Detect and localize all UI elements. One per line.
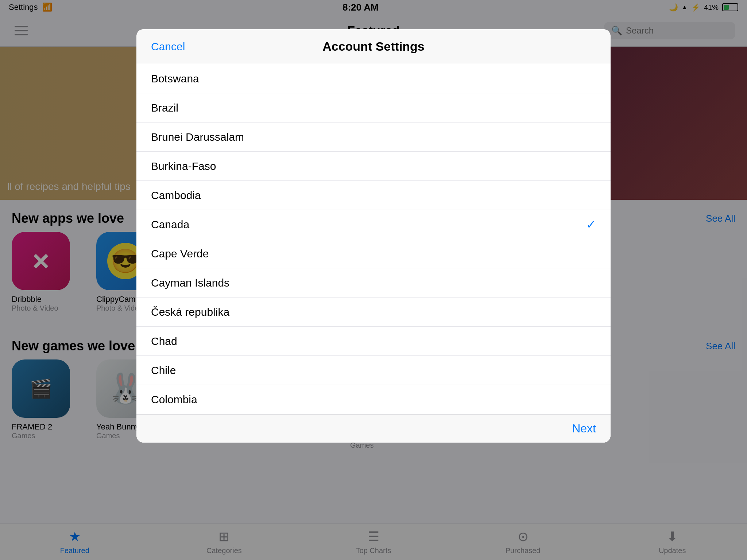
country-item-botswana[interactable]: Botswana — [136, 64, 611, 93]
country-item-brazil[interactable]: Brazil — [136, 93, 611, 122]
country-name: Brunei Darussalam — [151, 131, 244, 143]
country-name: Canada — [151, 218, 189, 231]
country-name: Chile — [151, 364, 176, 377]
country-name: Colombia — [151, 393, 197, 406]
country-name: Chad — [151, 335, 177, 347]
country-item-capeverde[interactable]: Cape Verde — [136, 239, 611, 268]
country-item-cambodia[interactable]: Cambodia — [136, 181, 611, 210]
country-name: Burkina-Faso — [151, 160, 216, 172]
modal-footer: Next — [136, 414, 611, 443]
country-item-chile[interactable]: Chile — [136, 356, 611, 385]
checkmark-icon: ✓ — [586, 218, 596, 232]
country-name: Botswana — [151, 73, 199, 85]
country-name: Cape Verde — [151, 248, 209, 260]
country-item-brunei[interactable]: Brunei Darussalam — [136, 122, 611, 152]
modal-title: Account Settings — [322, 39, 425, 54]
modal-header: Cancel Account Settings — [136, 29, 611, 64]
country-item-canada[interactable]: Canada ✓ — [136, 210, 611, 239]
country-item-burkina[interactable]: Burkina-Faso — [136, 152, 611, 181]
country-item-cayman[interactable]: Cayman Islands — [136, 268, 611, 298]
country-item-colombia[interactable]: Colombia — [136, 385, 611, 414]
country-item-chad[interactable]: Chad — [136, 327, 611, 356]
account-settings-modal: Cancel Account Settings Botswana Brazil … — [136, 29, 611, 443]
country-name: Cayman Islands — [151, 277, 229, 289]
country-list[interactable]: Botswana Brazil Brunei Darussalam Burkin… — [136, 64, 611, 414]
next-button[interactable]: Next — [572, 422, 596, 435]
country-name: Česká republika — [151, 306, 229, 318]
cancel-button[interactable]: Cancel — [151, 40, 185, 53]
country-item-czech[interactable]: Česká republika — [136, 298, 611, 327]
country-name: Brazil — [151, 102, 178, 114]
country-name: Cambodia — [151, 189, 201, 202]
